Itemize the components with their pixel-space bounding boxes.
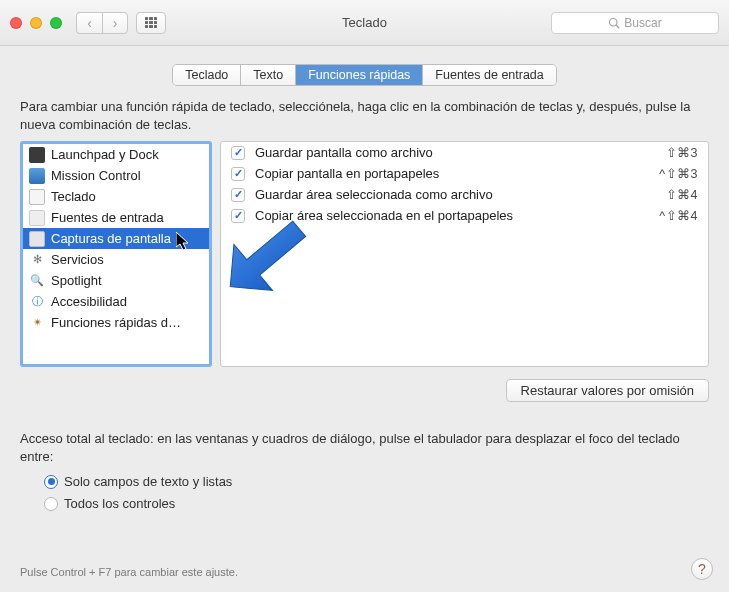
zoom-window-button[interactable] [50, 17, 62, 29]
shortcut-list[interactable]: Guardar pantalla como archivo ⇧⌘3 Copiar… [220, 141, 709, 367]
tab-fuentes-de-entrada[interactable]: Fuentes de entrada [423, 65, 555, 85]
category-list[interactable]: Launchpad y Dock Mission Control Teclado… [20, 141, 212, 367]
svg-line-1 [617, 25, 620, 28]
shortcut-keys[interactable]: ^⇧⌘3 [659, 166, 698, 181]
checkbox[interactable] [231, 167, 245, 181]
close-window-button[interactable] [10, 17, 22, 29]
content-area: Para cambiar una función rápida de tecla… [0, 86, 729, 514]
tab-label: Fuentes de entrada [435, 68, 543, 82]
shortcut-keys[interactable]: ^⇧⌘4 [659, 208, 698, 223]
shortcut-label: Copiar área seleccionada en el portapape… [255, 208, 649, 223]
checkbox[interactable] [231, 188, 245, 202]
minimize-window-button[interactable] [30, 17, 42, 29]
restore-row: Restaurar valores por omisión [20, 379, 709, 402]
category-funciones-rapidas-de-app[interactable]: ✴ Funciones rápidas d… [23, 312, 209, 333]
forward-button[interactable]: › [102, 12, 128, 34]
category-label: Launchpad y Dock [51, 147, 159, 162]
category-capturas-de-pantalla[interactable]: Capturas de pantalla [23, 228, 209, 249]
app-shortcuts-icon: ✴ [29, 315, 45, 331]
tab-bar: Teclado Texto Funciones rápidas Fuentes … [0, 64, 729, 86]
nav-buttons: ‹ › [76, 12, 128, 34]
category-label: Accesibilidad [51, 294, 127, 309]
radio-button[interactable] [44, 497, 58, 511]
radio-text-lists[interactable]: Solo campos de texto y listas [44, 471, 709, 493]
tab-label: Texto [253, 68, 283, 82]
search-input[interactable]: Buscar [551, 12, 719, 34]
shortcut-keys[interactable]: ⇧⌘4 [666, 187, 698, 202]
category-label: Funciones rápidas d… [51, 315, 181, 330]
footnote: Pulse Control + F7 para cambiar este aju… [20, 566, 238, 578]
launchpad-icon [29, 147, 45, 163]
category-teclado[interactable]: Teclado [23, 186, 209, 207]
shortcut-keys[interactable]: ⇧⌘3 [666, 145, 698, 160]
input-sources-icon [29, 210, 45, 226]
tab-funciones-rapidas[interactable]: Funciones rápidas [296, 65, 423, 85]
radio-label: Todos los controles [64, 495, 175, 513]
shortcut-label: Copiar pantalla en portapapeles [255, 166, 649, 181]
radio-button[interactable] [44, 475, 58, 489]
show-all-button[interactable] [136, 12, 166, 34]
intro-text: Para cambiar una función rápida de tecla… [20, 98, 709, 133]
svg-point-0 [610, 18, 618, 26]
help-button[interactable]: ? [691, 558, 713, 580]
category-label: Spotlight [51, 273, 102, 288]
shortcut-row[interactable]: Guardar área seleccionada como archivo ⇧… [221, 184, 708, 205]
category-label: Servicios [51, 252, 104, 267]
full-keyboard-access: Acceso total al teclado: en las ventanas… [20, 430, 709, 514]
category-label: Mission Control [51, 168, 141, 183]
category-accesibilidad[interactable]: ⓘ Accesibilidad [23, 291, 209, 312]
search-icon [608, 17, 620, 29]
checkbox[interactable] [231, 146, 245, 160]
grid-icon [145, 17, 157, 29]
radio-label: Solo campos de texto y listas [64, 473, 232, 491]
category-label: Capturas de pantalla [51, 231, 171, 246]
mission-control-icon [29, 168, 45, 184]
tab-teclado[interactable]: Teclado [173, 65, 241, 85]
radio-all-controls[interactable]: Todos los controles [44, 493, 709, 515]
tab-label: Funciones rápidas [308, 68, 410, 82]
gear-icon: ✻ [29, 252, 45, 268]
category-servicios[interactable]: ✻ Servicios [23, 249, 209, 270]
window-controls [10, 17, 62, 29]
search-placeholder: Buscar [624, 16, 661, 30]
restore-defaults-button[interactable]: Restaurar valores por omisión [506, 379, 709, 402]
access-text: Acceso total al teclado: en las ventanas… [20, 430, 709, 465]
category-mission-control[interactable]: Mission Control [23, 165, 209, 186]
accessibility-icon: ⓘ [29, 294, 45, 310]
shortcut-row[interactable]: Copiar área seleccionada en el portapape… [221, 205, 708, 226]
shortcut-row[interactable]: Copiar pantalla en portapapeles ^⇧⌘3 [221, 163, 708, 184]
titlebar: ‹ › Teclado Buscar [0, 0, 729, 46]
shortcut-label: Guardar pantalla como archivo [255, 145, 656, 160]
category-label: Teclado [51, 189, 96, 204]
panes: Launchpad y Dock Mission Control Teclado… [20, 141, 709, 367]
tab-texto[interactable]: Texto [241, 65, 296, 85]
spotlight-icon: 🔍 [29, 273, 45, 289]
back-button[interactable]: ‹ [76, 12, 102, 34]
category-spotlight[interactable]: 🔍 Spotlight [23, 270, 209, 291]
category-label: Fuentes de entrada [51, 210, 164, 225]
shortcut-row[interactable]: Guardar pantalla como archivo ⇧⌘3 [221, 142, 708, 163]
category-fuentes-de-entrada[interactable]: Fuentes de entrada [23, 207, 209, 228]
shortcut-label: Guardar área seleccionada como archivo [255, 187, 656, 202]
checkbox[interactable] [231, 209, 245, 223]
screenshot-icon [29, 231, 45, 247]
keyboard-icon [29, 189, 45, 205]
category-launchpad[interactable]: Launchpad y Dock [23, 144, 209, 165]
tab-label: Teclado [185, 68, 228, 82]
